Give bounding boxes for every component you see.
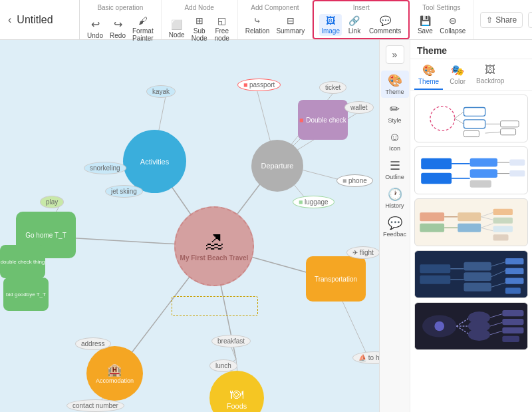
expand-panel-button[interactable]: » <box>386 45 404 64</box>
double-check-node[interactable]: ◼ Double check <box>298 100 348 140</box>
summary-button[interactable]: ⊟Summary <box>274 14 307 36</box>
tab-color[interactable]: 🎭 Color <box>446 62 469 90</box>
toolbar-insert: Insert 🖼Image 🔗Link 💬Comments <box>313 0 410 39</box>
collapse-button[interactable]: ⊖Collapse <box>438 14 467 36</box>
save-button[interactable]: 💾Save <box>415 14 435 36</box>
svg-line-55 <box>481 228 493 231</box>
svg-rect-72 <box>505 268 524 274</box>
style-icon: ✏ <box>390 102 400 116</box>
section-label-tools: Tool Settings <box>422 4 460 11</box>
svg-line-54 <box>481 224 493 228</box>
tab-backdrop-icon: 🖼 <box>485 64 495 76</box>
panel-title: Theme <box>410 40 532 59</box>
header: ‹ Untitled Basic operation ↩Undo ↪Redo 🖌… <box>0 0 532 40</box>
double-check-things-node[interactable]: double check thing <box>0 245 45 278</box>
panel-icon-icon[interactable]: ☺ Icon <box>381 128 409 154</box>
sub-node-button[interactable]: ⊞Sub Node <box>190 14 209 43</box>
free-node-button[interactable]: ◱Free node <box>212 14 232 43</box>
panel-theme-icon[interactable]: 🎨 Theme <box>381 71 409 98</box>
outline-icon: ☰ <box>390 158 400 173</box>
svg-rect-27 <box>464 120 485 128</box>
svg-rect-32 <box>501 129 516 135</box>
flight-node[interactable]: ✈ flight <box>346 246 379 259</box>
svg-line-52 <box>481 212 493 216</box>
svg-rect-57 <box>493 218 513 224</box>
panel-outline-icon[interactable]: ☰ Outline <box>381 156 409 183</box>
svg-rect-50 <box>458 212 481 221</box>
svg-rect-90 <box>502 336 519 342</box>
theme-card-5[interactable] <box>414 302 528 350</box>
contact-number-node[interactable]: contact number <box>66 399 124 412</box>
wallet-node[interactable]: wallet <box>344 101 374 114</box>
tab-color-icon: 🎭 <box>451 64 464 77</box>
undo-button[interactable]: ↩Undo <box>85 17 105 41</box>
svg-rect-35 <box>421 158 452 170</box>
luggage-node[interactable]: ◼luggage <box>293 196 334 208</box>
panel-style-icon[interactable]: ✏ Style <box>381 99 409 126</box>
theme-card-1[interactable] <box>414 95 528 142</box>
theme-icon: 🎨 <box>388 73 402 88</box>
feedback-icon: 💬 <box>388 216 402 230</box>
svg-rect-61 <box>420 264 450 273</box>
snorkeling-node[interactable]: snorkeling <box>84 162 126 174</box>
center-node[interactable]: 🏖 My First Beach Travel <box>174 206 254 286</box>
theme-card-2[interactable] <box>414 146 528 194</box>
share-button[interactable]: ⇧ Share <box>480 12 523 28</box>
svg-line-31 <box>485 132 501 133</box>
section-label-insert: Insert <box>353 4 370 11</box>
comments-button[interactable]: 💬Comments <box>367 14 403 36</box>
svg-rect-46 <box>420 212 444 221</box>
image-button[interactable]: 🖼Image <box>319 14 342 36</box>
svg-rect-74 <box>505 288 521 294</box>
svg-line-53 <box>481 217 493 220</box>
toolbar-add-node: Add Node ⬜Node ⊞Sub Node ◱Free node <box>162 0 238 39</box>
to-hotel-node[interactable]: ⛵ to hotel <box>352 351 379 364</box>
section-label-basic: Basic operation <box>97 4 143 11</box>
svg-rect-33 <box>501 121 519 127</box>
svg-rect-41 <box>470 180 491 188</box>
svg-rect-58 <box>493 226 513 232</box>
title-area: ‹ Untitled <box>0 0 80 39</box>
section-label-component: Add Component <box>251 4 299 11</box>
svg-rect-56 <box>493 209 513 215</box>
svg-rect-39 <box>470 158 497 167</box>
jet-skiing-node[interactable]: jet skiing <box>105 185 143 198</box>
svg-rect-89 <box>502 327 523 333</box>
lunch-node[interactable]: lunch <box>209 359 237 372</box>
tab-backdrop[interactable]: 🖼 Backdrop <box>472 62 508 90</box>
ticket-node[interactable]: ticket <box>319 81 346 94</box>
passport-node[interactable]: ◼passport <box>237 79 281 91</box>
svg-rect-73 <box>505 278 524 284</box>
link-button[interactable]: 🔗Link <box>344 14 364 36</box>
foods-node[interactable]: 🍽Foods <box>209 371 264 412</box>
svg-rect-62 <box>420 276 450 284</box>
bid-goodbye-node[interactable]: bid goodbye T_T <box>3 278 49 311</box>
transportation-node[interactable]: Transportation <box>306 256 366 302</box>
kayak-node[interactable]: kayak <box>146 85 176 98</box>
back-button[interactable]: ‹ <box>8 14 11 26</box>
theme-card-3[interactable] <box>414 198 528 246</box>
phone-node[interactable]: ◼phone <box>336 174 373 187</box>
relation-button[interactable]: ⤷Relation <box>243 14 272 36</box>
node-button[interactable]: ⬜Node <box>167 18 187 40</box>
address-node[interactable]: address <box>75 337 111 350</box>
panel-feedback-icon[interactable]: 💬 Feedbac <box>381 213 409 240</box>
theme-card-4[interactable] <box>414 250 528 298</box>
svg-rect-87 <box>502 310 523 316</box>
svg-point-77 <box>434 321 444 331</box>
svg-point-83 <box>468 329 490 341</box>
share-icon: ⇧ <box>486 15 493 25</box>
tab-theme[interactable]: 🎨 Theme <box>414 62 443 90</box>
play-node[interactable]: play <box>40 196 64 208</box>
redo-button[interactable]: ↪Redo <box>108 17 128 41</box>
breakfast-node[interactable]: breakfast <box>211 335 251 347</box>
panel-history-icon[interactable]: 🕐 History <box>381 184 409 212</box>
theme-list <box>410 91 532 412</box>
departure-node[interactable]: Departure <box>251 140 303 192</box>
format-painter-button[interactable]: 🖌Format Painter <box>130 14 156 43</box>
activities-node[interactable]: Activities <box>123 130 186 193</box>
accomodation-node[interactable]: 🏨Accomodation <box>86 346 143 401</box>
section-label-node: Add Node <box>184 4 213 11</box>
canvas-area[interactable]: 🏖 My First Beach Travel Activities Depar… <box>0 40 379 412</box>
export-button[interactable]: ↑ Export <box>528 12 532 28</box>
